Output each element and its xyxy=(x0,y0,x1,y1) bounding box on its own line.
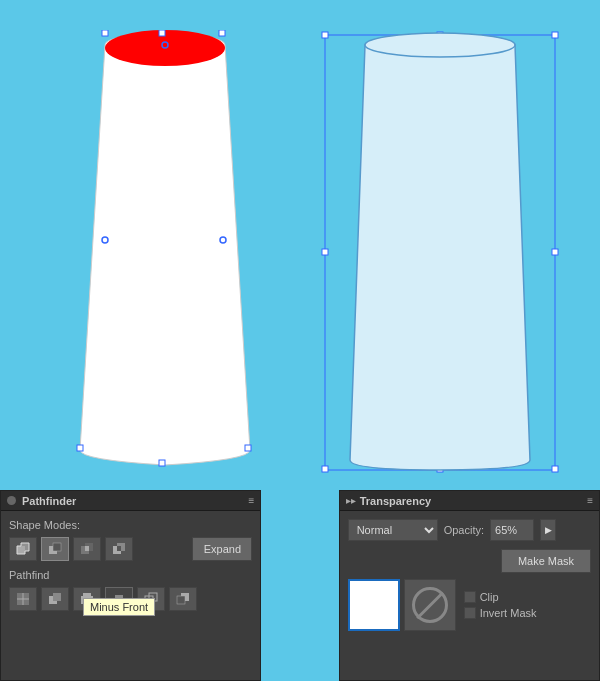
transparency-titlebar: ▸▸ Transparency ≡ xyxy=(340,491,599,511)
svg-rect-7 xyxy=(245,445,251,451)
svg-rect-5 xyxy=(159,460,165,466)
opacity-arrow-button[interactable]: ▶ xyxy=(540,519,556,541)
mask-options: Clip Invert Mask xyxy=(464,591,537,619)
svg-rect-41 xyxy=(177,596,185,604)
transparency-content: Normal Opacity: ▶ Make Mask Clip xyxy=(340,511,599,639)
make-mask-row: Make Mask xyxy=(348,549,591,573)
left-cup-svg xyxy=(60,30,270,475)
clip-label: Clip xyxy=(480,591,499,603)
svg-rect-16 xyxy=(322,466,328,472)
divide-button[interactable] xyxy=(9,587,37,611)
svg-rect-14 xyxy=(322,249,328,255)
pathfinder-ops-label-row: Pathfind xyxy=(9,569,252,581)
svg-rect-15 xyxy=(552,249,558,255)
right-cup-svg xyxy=(320,30,560,475)
svg-rect-21 xyxy=(21,543,29,551)
mask-thumbnail-disabled[interactable] xyxy=(404,579,456,631)
blend-mode-select[interactable]: Normal xyxy=(348,519,438,541)
shape-modes-label: Shape Modes: xyxy=(9,519,252,531)
svg-rect-6 xyxy=(77,445,83,451)
panel-close-button[interactable] xyxy=(7,496,16,505)
mask-thumbnail-white[interactable] xyxy=(348,579,400,631)
transparency-menu-icon[interactable]: ≡ xyxy=(587,495,593,506)
intersect-button[interactable] xyxy=(73,537,101,561)
svg-point-19 xyxy=(365,33,515,57)
clip-option[interactable]: Clip xyxy=(464,591,537,603)
exclude-button[interactable] xyxy=(105,537,133,561)
minus-front-tooltip: Minus Front xyxy=(83,598,155,616)
bottom-panels: Pathfinder ≡ Shape Modes: xyxy=(0,490,600,681)
pathfinder-title: Pathfinder xyxy=(22,495,249,507)
minus-front-button[interactable] xyxy=(41,537,69,561)
left-cup-container xyxy=(60,30,270,460)
pathfinder-menu-icon[interactable]: ≡ xyxy=(249,495,255,506)
svg-rect-13 xyxy=(552,32,558,38)
svg-rect-23 xyxy=(53,543,61,551)
transparency-title: Transparency xyxy=(360,495,588,507)
svg-rect-2 xyxy=(159,30,165,36)
shape-modes-row: Expand xyxy=(9,537,252,561)
pathfinder-ops-label: Pathfind xyxy=(9,569,49,581)
svg-rect-26 xyxy=(85,546,89,551)
minus-back-button[interactable] xyxy=(169,587,197,611)
svg-rect-11 xyxy=(322,32,328,38)
mask-disabled-icon xyxy=(412,587,448,623)
mask-thumbnail-area: Clip Invert Mask xyxy=(348,579,591,631)
make-mask-button[interactable]: Make Mask xyxy=(501,549,591,573)
pathfinder-titlebar: Pathfinder ≡ xyxy=(1,491,260,511)
unite-button[interactable] xyxy=(9,537,37,561)
svg-rect-34 xyxy=(53,593,61,601)
opacity-input[interactable] xyxy=(490,519,534,541)
pathfinder-panel: Pathfinder ≡ Shape Modes: xyxy=(0,490,261,681)
invert-mask-option[interactable]: Invert Mask xyxy=(464,607,537,619)
trim-button[interactable] xyxy=(41,587,69,611)
blend-opacity-row: Normal Opacity: ▶ xyxy=(348,519,591,541)
clip-checkbox[interactable] xyxy=(464,591,476,603)
svg-rect-4 xyxy=(219,30,225,36)
transparency-expand-icon: ▸▸ xyxy=(346,495,356,506)
svg-rect-29 xyxy=(117,546,121,551)
transparency-panel: ▸▸ Transparency ≡ Normal Opacity: ▶ Make… xyxy=(339,490,600,681)
right-cup-container xyxy=(320,30,550,460)
canvas-area xyxy=(0,0,600,490)
svg-rect-3 xyxy=(102,30,108,36)
panel-spacer xyxy=(261,490,298,681)
opacity-label: Opacity: xyxy=(444,524,484,536)
invert-mask-checkbox[interactable] xyxy=(464,607,476,619)
invert-mask-label: Invert Mask xyxy=(480,607,537,619)
expand-button[interactable]: Expand xyxy=(192,537,252,561)
svg-rect-18 xyxy=(552,466,558,472)
